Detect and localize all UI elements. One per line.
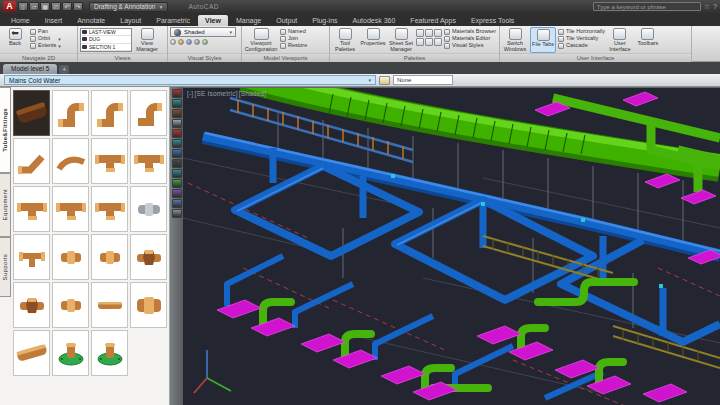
tab-insert[interactable]: Insert xyxy=(38,15,70,26)
service-folder-icon[interactable] xyxy=(379,76,390,85)
palette-tab-supports[interactable]: Supports xyxy=(0,237,11,297)
sheet-set-manager-button[interactable]: Sheet Set Manager xyxy=(388,27,414,53)
named-views-list[interactable]: LAST-VIEWDUGSECTION 1 xyxy=(80,28,132,52)
fill-service-icon[interactable] xyxy=(172,99,182,108)
palette-item-flange[interactable] xyxy=(52,330,89,376)
palette-item-bend[interactable] xyxy=(52,138,89,184)
eye-icon[interactable] xyxy=(172,169,182,178)
join-viewports-button[interactable]: Join xyxy=(280,36,307,42)
sheet-icon[interactable] xyxy=(172,209,182,218)
palette-item-tee[interactable] xyxy=(130,138,167,184)
palette-tab-tube-fittings[interactable]: Tube&Fittings xyxy=(0,87,11,173)
style-shaded-icon[interactable] xyxy=(186,39,192,45)
tab-home[interactable]: Home xyxy=(4,15,37,26)
style-2d-icon[interactable] xyxy=(170,39,176,45)
palette-item-steel-connector[interactable] xyxy=(130,186,167,232)
open-icon[interactable]: ▱ xyxy=(29,2,39,11)
tab-layout[interactable]: Layout xyxy=(113,15,148,26)
workspace-dropdown[interactable]: Drafting & Annotation ▼ xyxy=(89,2,168,12)
panel-label-navigate[interactable]: Navigate 2D xyxy=(0,53,77,62)
plot-icon[interactable]: ⎚ xyxy=(51,2,61,11)
toolbars-button[interactable]: Toolbars xyxy=(635,27,661,53)
visual-style-combo[interactable]: Shaded ▾ xyxy=(170,27,236,37)
view-item-dug[interactable]: DUG xyxy=(81,36,131,43)
palette-item-copper-tube[interactable] xyxy=(13,330,50,376)
view-manager-button[interactable]: View Manager xyxy=(134,27,160,53)
palette-tab-equipment[interactable]: Equipment xyxy=(0,173,11,237)
palette-item-flange[interactable] xyxy=(91,330,128,376)
viewport-minimize-control[interactable]: [-] xyxy=(187,90,193,97)
palette-item-connector[interactable] xyxy=(130,234,167,280)
ribbon-mini-icon[interactable] xyxy=(416,38,424,46)
palette-item-90-elbow[interactable] xyxy=(91,90,128,136)
pan-button[interactable]: Pan xyxy=(30,29,61,35)
list-icon[interactable] xyxy=(172,119,182,128)
undo-icon[interactable]: ↶ xyxy=(62,2,72,11)
tab-parametric[interactable]: Parametric xyxy=(149,15,197,26)
palette-item-coupling[interactable] xyxy=(52,282,89,328)
save-icon[interactable]: ▦ xyxy=(40,2,50,11)
view-item-section-1[interactable]: SECTION 1 xyxy=(81,44,131,51)
tab-annotate[interactable]: Annotate xyxy=(70,15,112,26)
new-file-icon[interactable]: ▯ xyxy=(18,2,28,11)
ribbon-mini-icon[interactable] xyxy=(425,38,433,46)
tab-featured-apps[interactable]: Featured Apps xyxy=(403,15,463,26)
ribbon-mini-icon[interactable] xyxy=(434,38,442,46)
zoom-icon[interactable] xyxy=(172,149,182,158)
style-realistic-icon[interactable] xyxy=(178,39,184,45)
star-icon[interactable]: ☆ xyxy=(704,3,710,10)
tab-output[interactable]: Output xyxy=(269,15,304,26)
panel-label-model-viewports[interactable]: Model Viewports xyxy=(242,53,329,62)
palette-item-coupling[interactable] xyxy=(52,234,89,280)
panel-label-palettes[interactable]: Palettes xyxy=(330,53,499,62)
palette-item-coupling[interactable] xyxy=(91,234,128,280)
palette-item-street-elbow[interactable] xyxy=(130,90,167,136)
switch-windows-button[interactable]: Switch Windows xyxy=(502,27,528,53)
extents-button[interactable]: Extents ▾ xyxy=(30,43,61,49)
new-tab-button[interactable]: + xyxy=(59,65,69,74)
panel-label-user-interface[interactable]: User Interface xyxy=(500,53,691,62)
search-input[interactable] xyxy=(593,2,701,11)
style-hidden-icon[interactable] xyxy=(202,39,208,45)
materials-browser-button[interactable]: Materials Browser xyxy=(444,29,496,35)
drawing-viewport[interactable]: [-] [SE Isometric] [Shaded] xyxy=(183,87,720,405)
tab-autodesk-360[interactable]: Autodesk 360 xyxy=(346,15,403,26)
section-icon[interactable] xyxy=(172,159,182,168)
back-button[interactable]: ⬅ Back xyxy=(2,27,28,53)
tab-plug-ins[interactable]: Plug-ins xyxy=(305,15,344,26)
file-tab-model-level-5[interactable]: Model level 5 xyxy=(3,64,57,74)
palette-item-large-coupling[interactable] xyxy=(130,282,167,328)
tab-manage[interactable]: Manage xyxy=(229,15,268,26)
style-wireframe-icon[interactable] xyxy=(194,39,200,45)
palette-item-union[interactable] xyxy=(13,282,50,328)
properties-button[interactable]: Properties xyxy=(360,27,386,53)
size-combo[interactable]: None xyxy=(393,75,453,85)
tool-palettes-button[interactable]: Tool Palettes xyxy=(332,27,358,53)
user-interface-button[interactable]: User Interface xyxy=(607,27,633,53)
app-logo-icon[interactable]: A xyxy=(3,1,16,12)
panel-label-visual-styles[interactable]: Visual Styles xyxy=(168,53,241,62)
ribbon-mini-icon[interactable] xyxy=(416,29,424,37)
file-tabs-button[interactable]: File Tabs xyxy=(530,27,556,53)
orbit-button[interactable]: Orbit ▾ xyxy=(30,36,61,42)
tile-horizontally-button[interactable]: Tile Horizontally xyxy=(558,29,605,35)
palette-icon[interactable] xyxy=(172,189,182,198)
tab-view[interactable]: View xyxy=(198,15,228,26)
palette-item-tee[interactable] xyxy=(91,138,128,184)
palette-item-spigot[interactable] xyxy=(91,282,128,328)
materials-editor-button[interactable]: Materials Editor xyxy=(444,36,496,42)
service-combo[interactable]: Mains Cold Water ▾ xyxy=(4,75,376,85)
review-icon[interactable] xyxy=(172,139,182,148)
rod-icon[interactable] xyxy=(172,109,182,118)
ribbon-mini-icon[interactable] xyxy=(425,29,433,37)
delete-icon[interactable] xyxy=(172,129,182,138)
ribbon-mini-icon[interactable] xyxy=(434,29,442,37)
redo-icon[interactable]: ↷ xyxy=(73,2,83,11)
check-icon[interactable] xyxy=(172,179,182,188)
restore-viewports-button[interactable]: Restore xyxy=(280,43,307,49)
named-viewports-button[interactable]: Named xyxy=(280,29,307,35)
palette-item-90-elbow[interactable] xyxy=(52,90,89,136)
palette-item-tee[interactable] xyxy=(13,186,50,232)
tile-vertically-button[interactable]: Tile Vertically xyxy=(558,36,605,42)
cascade-button[interactable]: Cascade xyxy=(558,43,605,49)
